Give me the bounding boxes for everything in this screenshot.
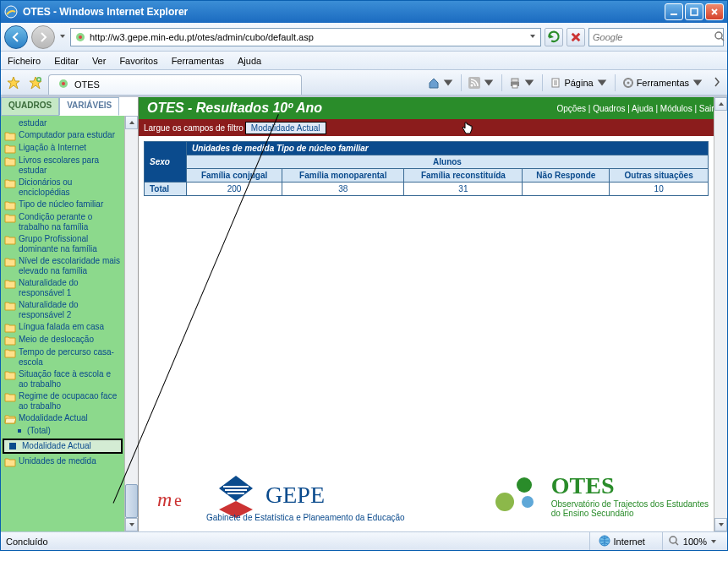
status-bar: Concluído Internet 100% bbox=[1, 531, 727, 550]
page-menu[interactable]: Página bbox=[546, 74, 610, 92]
folder-icon bbox=[4, 213, 16, 223]
address-bar[interactable] bbox=[70, 28, 541, 46]
svg-point-8 bbox=[62, 82, 65, 85]
search-box[interactable] bbox=[588, 28, 724, 46]
cell: 10 bbox=[610, 183, 709, 196]
sidebar-item[interactable]: Meio de deslocação bbox=[1, 334, 124, 346]
sidebar-item[interactable]: Nível de escolaridade mais elevado na fa… bbox=[1, 255, 124, 277]
sidebar-subitem-total[interactable]: (Total) bbox=[1, 425, 124, 437]
address-dropdown-icon[interactable] bbox=[528, 32, 537, 42]
square-icon bbox=[9, 443, 16, 450]
cell bbox=[523, 183, 610, 196]
link-opcoes[interactable]: Opções bbox=[557, 104, 586, 113]
svg-point-23 bbox=[670, 537, 676, 543]
svg-rect-2 bbox=[691, 8, 698, 15]
scroll-track[interactable] bbox=[714, 111, 727, 518]
main-scrollbar[interactable] bbox=[714, 97, 727, 531]
scroll-down-icon[interactable] bbox=[714, 518, 727, 531]
link-modulos[interactable]: Módulos bbox=[660, 104, 692, 113]
browser-tab[interactable]: OTES bbox=[48, 74, 302, 95]
sidebar-item-modalidade[interactable]: Modalidade Actual bbox=[1, 412, 124, 425]
tab-toolbar: OTES Página Ferramentas bbox=[1, 70, 727, 95]
minimize-button[interactable] bbox=[665, 3, 683, 20]
content-area: QUADROS VARIÁVEIS estudar Computador par… bbox=[1, 95, 727, 531]
sidebar-item[interactable]: Situação face à escola e ao trabalho bbox=[1, 368, 124, 390]
search-input[interactable] bbox=[593, 32, 710, 42]
sidebar-item[interactable]: Tipo de núcleo familiar bbox=[1, 199, 124, 211]
sidebar-item[interactable]: Ligação à Internet bbox=[1, 142, 124, 155]
sidebar-item-modalidade-selected[interactable]: Modalidade Actual bbox=[3, 439, 123, 454]
chevron-down-icon[interactable] bbox=[710, 538, 717, 545]
link-quadros[interactable]: Quadros bbox=[593, 104, 625, 113]
tools-menu[interactable]: Ferramentas bbox=[619, 74, 707, 92]
favorites-star-icon[interactable] bbox=[4, 74, 23, 92]
sidebar-item[interactable]: Condição perante o trabalho na família bbox=[1, 211, 124, 233]
ie-icon bbox=[4, 5, 18, 19]
col-header[interactable]: Família reconstituída bbox=[404, 169, 523, 183]
sidebar-item[interactable]: Regime de ocupacao face ao trabalho bbox=[1, 390, 124, 412]
stop-button[interactable] bbox=[567, 28, 585, 46]
sidebar-item[interactable]: Grupo Profissional dominante na família bbox=[1, 233, 124, 255]
menu-ajuda[interactable]: Ajuda bbox=[238, 56, 261, 66]
sidebar: QUADROS VARIÁVEIS estudar Computador par… bbox=[1, 97, 139, 531]
sidebar-item[interactable]: Naturalidade do responsável 1 bbox=[1, 277, 124, 299]
sidebar-item[interactable]: Língua falada em casa bbox=[1, 321, 124, 334]
back-button[interactable] bbox=[4, 25, 28, 49]
row-axis-header: Sexo bbox=[145, 142, 187, 183]
menu-favoritos[interactable]: Favoritos bbox=[119, 56, 157, 66]
print-button[interactable] bbox=[506, 74, 539, 92]
menu-ferramentas[interactable]: Ferramentas bbox=[172, 56, 224, 66]
close-button[interactable] bbox=[705, 3, 724, 20]
filter-drop-area[interactable]: Largue os campos de filtro Modalidade Ac… bbox=[139, 119, 727, 136]
folder-icon bbox=[4, 457, 16, 467]
zoom-control[interactable]: 100% bbox=[662, 532, 722, 550]
nav-history-dropdown[interactable] bbox=[58, 32, 67, 42]
folder-icon bbox=[4, 257, 16, 267]
col-group-header: Unidades de medida Tipo de núcleo famili… bbox=[187, 142, 709, 155]
menu-ficheiro[interactable]: Ficheiro bbox=[8, 56, 41, 66]
bullet-icon bbox=[18, 429, 21, 433]
scroll-up-icon[interactable] bbox=[714, 97, 727, 111]
sidebar-item[interactable]: Livros escolares para estudar bbox=[1, 155, 124, 177]
sidebar-item[interactable]: Unidades de medida bbox=[1, 455, 124, 468]
refresh-button[interactable] bbox=[545, 28, 563, 46]
svg-point-21 bbox=[522, 496, 534, 508]
sidebar-item[interactable]: Computador para estudar bbox=[1, 129, 124, 142]
sidebar-item[interactable]: Tempo de percurso casa-escola bbox=[1, 346, 124, 368]
col-header[interactable]: Outras situações bbox=[610, 169, 709, 183]
svg-point-4 bbox=[79, 35, 82, 39]
search-icon[interactable] bbox=[714, 30, 725, 44]
row-label[interactable]: Total bbox=[145, 183, 187, 196]
col-header[interactable]: Não Responde bbox=[523, 169, 610, 183]
link-ajuda[interactable]: Ajuda bbox=[632, 104, 654, 113]
gepe-text: GEPE bbox=[265, 482, 325, 509]
gepe-subtitle: Gabinete de Estatística e Planeamento da… bbox=[206, 513, 710, 522]
col-header[interactable]: Família conjugal bbox=[187, 169, 282, 183]
otes-text: OTES bbox=[551, 472, 709, 499]
rss-button[interactable] bbox=[465, 74, 498, 92]
sidebar-item[interactable]: Naturalidade do responsável 2 bbox=[1, 299, 124, 321]
scroll-track[interactable] bbox=[125, 129, 138, 518]
add-favorite-icon[interactable] bbox=[26, 74, 45, 92]
scroll-thumb[interactable] bbox=[125, 484, 138, 518]
sidebar-item[interactable]: estudar bbox=[1, 117, 124, 129]
sidebar-scrollbar[interactable] bbox=[124, 116, 138, 531]
url-input[interactable] bbox=[90, 32, 525, 42]
maximize-button[interactable] bbox=[685, 3, 703, 20]
col-header[interactable]: Família monoparental bbox=[282, 169, 404, 183]
scroll-up-icon[interactable] bbox=[125, 116, 138, 129]
tab-quadros[interactable]: QUADROS bbox=[1, 97, 59, 116]
menu-bar: Ficheiro Editar Ver Favoritos Ferramenta… bbox=[1, 52, 727, 70]
tab-favicon bbox=[57, 78, 69, 91]
chevron-expand-icon[interactable] bbox=[710, 76, 724, 90]
menu-editar[interactable]: Editar bbox=[54, 56, 79, 66]
drag-chip-modalidade[interactable]: Modalidade Actual bbox=[245, 122, 326, 134]
sidebar-item[interactable]: Dicionários ou enciclopédias bbox=[1, 177, 124, 199]
filter-hint: Largue os campos de filtro bbox=[144, 123, 244, 133]
forward-button[interactable] bbox=[31, 25, 55, 49]
scroll-down-icon[interactable] bbox=[125, 518, 138, 531]
link-sair[interactable]: Sair bbox=[699, 104, 714, 113]
home-button[interactable] bbox=[424, 74, 457, 92]
tab-variaveis[interactable]: VARIÁVEIS bbox=[59, 97, 119, 116]
menu-ver[interactable]: Ver bbox=[92, 56, 107, 66]
